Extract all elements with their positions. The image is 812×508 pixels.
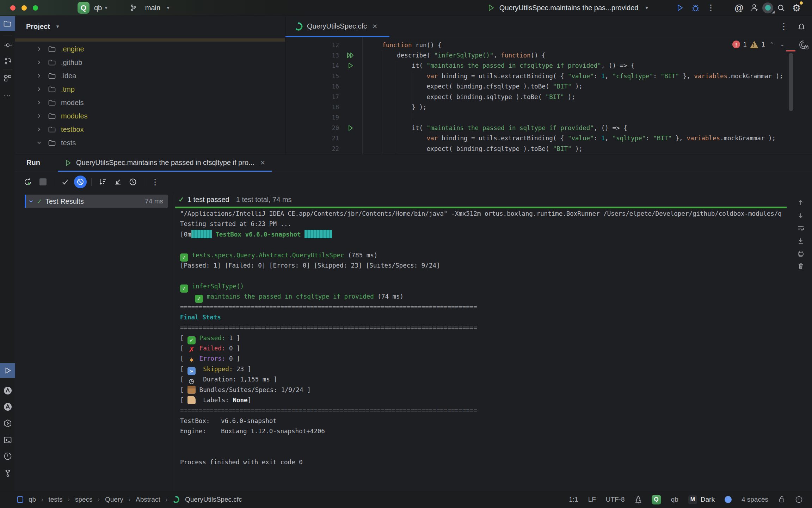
problems-tool-button[interactable] [0,449,15,464]
tree-item-engine[interactable]: .engine [15,42,285,56]
tree-icon[interactable] [635,495,642,504]
structure-tool-button[interactable] [0,71,15,86]
code-line[interactable]: 16 expect( binding.cfsqltype ).toBe( "BI… [285,81,812,92]
line-separator-widget[interactable]: LF [588,496,596,503]
more-tool-windows-button[interactable]: … [0,86,15,101]
chevron-right-icon[interactable] [35,113,43,119]
run-tab[interactable]: QueryUtilsSpec.maintains the passed in c… [58,154,272,171]
breadcrumb-item[interactable]: tests [48,496,62,503]
stop-button[interactable] [37,176,49,188]
code-line[interactable]: 14 it( "maintains the passed in cfsqltyp… [285,61,812,71]
tree-item-testbox[interactable]: testbox [15,123,285,136]
editor-tab-queryutilsspec[interactable]: QueryUtilsSpec.cfc ✕ [285,16,389,37]
code-editor[interactable]: 12 function run() {13 describe( "inferSq… [285,37,812,154]
run-configuration-selector[interactable]: QueryUtilsSpec.maintains the pas...provi… [487,4,648,12]
code-line[interactable]: 22 expect( binding.cfsqltype ).toBe( "BI… [285,143,812,154]
unlock-icon[interactable] [778,496,785,503]
scroll-down-icon[interactable] [795,212,806,219]
code-line[interactable]: 18 } ); [285,102,812,112]
chevron-down-icon[interactable] [35,140,43,146]
settings-gear-icon[interactable]: ⚙ [789,1,804,14]
breadcrumb-item[interactable]: qb [29,496,36,503]
breadcrumb-file[interactable]: QueryUtilsSpec.cfc [185,496,242,503]
chevron-right-icon[interactable] [35,100,43,105]
run-tool-button[interactable] [0,363,15,378]
material-theme-icon[interactable]: M [688,495,697,504]
project-badge-icon[interactable]: Q [78,2,90,14]
tab-options-icon[interactable]: ⋮ [780,22,788,31]
sort-alphabetically-button[interactable] [96,176,109,188]
gutter-run-icon[interactable] [339,125,362,131]
show-passed-button[interactable] [59,176,72,188]
tree-item-tmp[interactable]: .tmp [15,82,285,96]
chevron-right-icon[interactable] [35,46,43,52]
code-line[interactable]: 20 it( "maintains the passed in sqltype … [285,123,812,133]
tree-item-idea[interactable]: .idea [15,69,285,82]
project-selector[interactable]: qb [94,4,102,12]
editor-scrollbar[interactable] [789,53,793,111]
theme-name[interactable]: Dark [701,496,715,503]
chevron-right-icon[interactable] [35,73,43,79]
tree-item-modules[interactable]: modules [15,109,285,123]
console-output[interactable]: "/Applications/IntelliJ IDEA CE.app/Cont… [180,209,789,491]
minimize-window-button[interactable] [21,5,27,11]
services-tool-button[interactable] [0,416,15,431]
gutter-run-icon[interactable] [339,62,362,69]
sort-by-duration-button[interactable] [127,176,139,188]
more-actions-button[interactable]: ⋮ [703,1,719,14]
breadcrumb-item[interactable]: Query [105,496,123,503]
indent-widget[interactable]: 4 spaces [742,496,768,503]
run-options-kebab[interactable]: ⋮ [149,176,161,188]
code-line[interactable]: 19 [285,112,812,123]
breadcrumb-item[interactable]: specs [75,496,93,503]
project-tool-button[interactable] [0,16,15,31]
close-window-button[interactable] [10,5,16,11]
gutter-run-all-icon[interactable] [339,52,362,59]
code-line[interactable]: 17 expect( binding.sqltype ).toBe( "BIT"… [285,92,812,102]
project-badge-icon[interactable]: Q [652,495,661,504]
soft-wrap-icon[interactable] [795,224,806,232]
tree-item-models[interactable]: models [15,96,285,109]
debug-button[interactable] [688,1,703,14]
terminal-tool-button[interactable] [0,433,15,447]
commit-tool-button[interactable] [0,38,15,53]
code-line[interactable]: 12 function run() { [285,40,812,50]
git-tool-button[interactable] [0,466,15,481]
code-with-me-icon[interactable] [747,1,762,14]
code-line[interactable]: 13 describe( "inferSqlType()", function(… [285,50,812,60]
chevron-right-icon[interactable] [35,60,43,65]
close-tab-icon[interactable]: ✕ [372,23,377,30]
code-line[interactable]: 21 var binding = utils.extractBinding( {… [285,133,812,143]
breadcrumb-item[interactable]: Abstract [136,496,160,503]
scroll-up-icon[interactable] [795,199,806,207]
tree-item-github[interactable]: .github [15,56,285,69]
rerun-button[interactable] [21,176,34,188]
scroll-to-end-icon[interactable] [795,237,806,245]
search-everywhere-icon[interactable] [773,1,789,14]
status-problems-icon[interactable] [795,496,803,503]
print-icon[interactable] [795,250,806,257]
test-results-root-row[interactable]: ✓ Test Results 74 ms [25,195,168,208]
accent-color-dot[interactable] [725,496,732,503]
avatar[interactable]: ◢ [762,2,773,13]
chevron-right-icon[interactable] [35,86,43,92]
show-ignored-button[interactable] [74,176,87,188]
chevron-right-icon[interactable] [35,127,43,132]
code-line[interactable]: 15 var binding = utils.extractBinding( {… [285,71,812,81]
ai-assistant-editor-icon[interactable] [798,39,809,51]
project-panel-header[interactable]: Project ▾ [15,16,285,37]
chevron-expanded-icon[interactable] [28,198,34,204]
tree-item-tests[interactable]: tests [15,136,285,149]
run-button[interactable] [672,1,688,14]
project-name[interactable]: qb [671,496,678,503]
clear-console-icon[interactable] [795,262,806,270]
commandbox-tool-button[interactable] [0,383,15,398]
notifications-bell-icon[interactable] [797,22,806,31]
ai-assistant-icon[interactable]: @ [731,1,747,14]
pull-requests-tool-button[interactable] [0,54,15,68]
caret-position-widget[interactable]: 1:1 [569,496,578,503]
boxlang-runtime-tool-button[interactable] [0,399,15,414]
encoding-widget[interactable]: UTF-8 [606,496,625,503]
vcs-branch-widget[interactable]: main ▾ [129,4,170,12]
navigate-with-selection-button[interactable] [111,176,124,188]
